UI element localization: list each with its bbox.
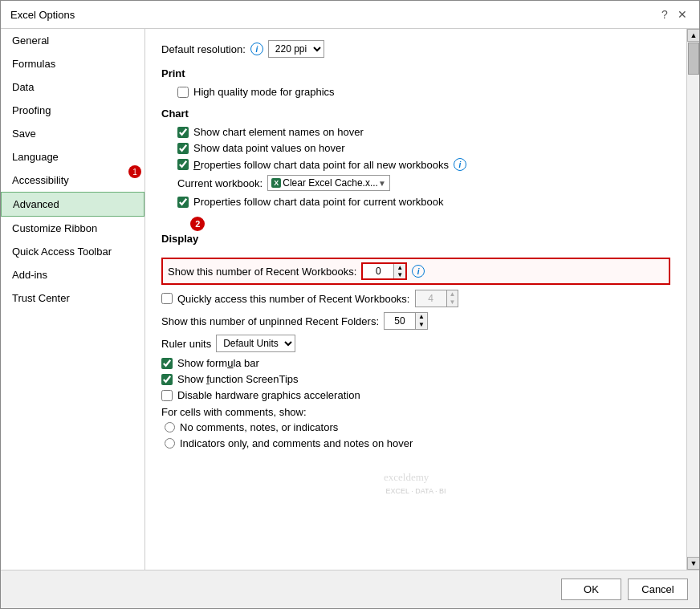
screentips-row: Show function ScreenTips bbox=[161, 373, 670, 385]
hardware-checkbox[interactable] bbox=[161, 390, 173, 401]
formula-bar-row: Show formula bar bbox=[161, 357, 670, 369]
radio-no-comments-row: No comments, notes, or indicators bbox=[165, 421, 670, 433]
sidebar-item-save[interactable]: Save bbox=[1, 122, 144, 145]
unpinned-folders-label: Show this number of unpinned Recent Fold… bbox=[161, 315, 379, 327]
sidebar-label-data: Data bbox=[12, 81, 34, 93]
unpinned-folders-input[interactable] bbox=[385, 313, 415, 329]
high-quality-label: High quality mode for graphics bbox=[193, 86, 335, 98]
chart-values-row: Show data point values on hover bbox=[177, 142, 670, 154]
close-button[interactable]: ✕ bbox=[675, 7, 690, 22]
sidebar-label-customize-ribbon: Customize Ribbon bbox=[12, 222, 97, 234]
chart-properties-new-checkbox[interactable] bbox=[177, 159, 189, 170]
sidebar-item-data[interactable]: Data bbox=[1, 75, 144, 99]
current-workbook-dropdown[interactable]: X Clear Excel Cache.x... ▼ bbox=[267, 175, 390, 191]
sidebar-label-save: Save bbox=[12, 128, 36, 140]
sidebar-item-general[interactable]: General bbox=[1, 29, 144, 52]
chart-properties-new-label: Properties follow chart data point for a… bbox=[193, 159, 449, 171]
recent-workbooks-spinbox[interactable]: ▲ ▼ bbox=[361, 262, 407, 280]
current-workbook-value: Clear Excel Cache.x... bbox=[283, 177, 378, 189]
recent-workbooks-spin-down[interactable]: ▼ bbox=[394, 271, 405, 278]
svg-text:exceldemy: exceldemy bbox=[384, 471, 429, 483]
unpinned-folders-spin-down[interactable]: ▼ bbox=[416, 321, 427, 329]
sidebar-label-trust-center: Trust Center bbox=[12, 292, 70, 304]
sidebar-item-accessibility[interactable]: Accessibility 1 bbox=[1, 168, 144, 192]
chart-values-checkbox[interactable] bbox=[177, 143, 189, 154]
default-resolution-label: Default resolution: bbox=[161, 43, 246, 55]
radio-indicators-label: Indicators only, and comments and notes … bbox=[180, 437, 413, 449]
radio-indicators[interactable] bbox=[165, 438, 175, 449]
cancel-button[interactable]: Cancel bbox=[628, 579, 688, 600]
help-button[interactable]: ? bbox=[657, 7, 672, 22]
sidebar-item-trust-center[interactable]: Trust Center bbox=[1, 286, 144, 310]
dialog-body: General Formulas Data Proofing Save Lang… bbox=[1, 29, 699, 570]
scrollbar-up[interactable]: ▲ bbox=[687, 29, 699, 42]
unpinned-folders-spinbox[interactable]: ▲ ▼ bbox=[384, 312, 428, 330]
chart-values-label: Show data point values on hover bbox=[193, 142, 345, 154]
scrollbar-down[interactable]: ▼ bbox=[687, 557, 699, 570]
unpinned-folders-row: Show this number of unpinned Recent Fold… bbox=[161, 312, 670, 330]
dialog-footer: OK Cancel bbox=[1, 570, 699, 608]
quickly-access-spin-up[interactable]: ▲ bbox=[447, 290, 458, 298]
sidebar-item-formulas[interactable]: Formulas bbox=[1, 52, 144, 75]
recent-workbooks-input[interactable] bbox=[363, 264, 393, 278]
ok-button[interactable]: OK bbox=[561, 579, 621, 600]
scrollbar-track bbox=[687, 75, 699, 557]
sidebar-item-language[interactable]: Language bbox=[1, 145, 144, 168]
quickly-access-checkbox[interactable] bbox=[161, 293, 173, 304]
sidebar-item-add-ins[interactable]: Add-ins bbox=[1, 263, 144, 286]
chart-section-title: Chart bbox=[161, 108, 670, 120]
resolution-info-icon[interactable]: i bbox=[250, 43, 263, 55]
chart-names-checkbox[interactable] bbox=[177, 127, 189, 138]
current-workbook-row: Current workbook: X Clear Excel Cache.x.… bbox=[177, 175, 670, 191]
sidebar-label-formulas: Formulas bbox=[12, 58, 55, 70]
chart-properties-current-checkbox[interactable] bbox=[177, 197, 189, 208]
default-resolution-row: Default resolution: i 220 ppi 150 ppi 96… bbox=[161, 40, 670, 58]
formula-bar-checkbox[interactable] bbox=[161, 358, 173, 369]
sidebar-item-proofing[interactable]: Proofing bbox=[1, 99, 144, 122]
ruler-units-row: Ruler units Default Units Inches Centime… bbox=[161, 335, 670, 352]
for-cells-label: For cells with comments, show: bbox=[161, 406, 670, 418]
quickly-access-spinbox[interactable]: ▲ ▼ bbox=[415, 290, 459, 307]
properties-info-icon[interactable]: i bbox=[454, 158, 466, 171]
watermark-subtext: EXCEL · DATA · BI bbox=[161, 487, 670, 495]
title-bar: Excel Options ? ✕ bbox=[1, 1, 699, 29]
quickly-access-label: Quickly access this number of Recent Wor… bbox=[177, 293, 410, 305]
sidebar-item-advanced[interactable]: Advanced bbox=[1, 192, 144, 217]
sidebar-label-add-ins: Add-ins bbox=[12, 269, 47, 281]
current-workbook-label: Current workbook: bbox=[177, 177, 262, 189]
recent-workbooks-spin-up[interactable]: ▲ bbox=[394, 264, 405, 271]
sidebar-label-general: General bbox=[12, 35, 49, 47]
sidebar-label-language: Language bbox=[12, 151, 59, 163]
chart-properties-current-row: Properties follow chart data point for c… bbox=[177, 196, 670, 208]
quickly-access-spin-buttons: ▲ ▼ bbox=[446, 290, 458, 307]
hardware-label: Disable hardware graphics acceleration bbox=[177, 389, 360, 401]
recent-workbooks-row: Show this number of Recent Workbooks: ▲ … bbox=[161, 258, 670, 285]
sidebar-item-quick-access-toolbar[interactable]: Quick Access Toolbar bbox=[1, 240, 144, 263]
sidebar-label-accessibility: Accessibility bbox=[12, 174, 69, 186]
sidebar-item-customize-ribbon[interactable]: Customize Ribbon bbox=[1, 217, 144, 240]
scrollbar[interactable]: ▲ ▼ bbox=[686, 29, 699, 570]
screentips-label: Show function ScreenTips bbox=[177, 373, 299, 385]
formula-bar-label: Show formula bar bbox=[177, 357, 259, 369]
sidebar-label-advanced: Advanced bbox=[13, 198, 59, 210]
radio-indicators-row: Indicators only, and comments and notes … bbox=[165, 437, 670, 449]
quickly-access-spin-down[interactable]: ▼ bbox=[447, 298, 458, 307]
sidebar: General Formulas Data Proofing Save Lang… bbox=[1, 29, 145, 570]
quickly-access-input[interactable] bbox=[416, 290, 446, 307]
default-resolution-select[interactable]: 220 ppi 150 ppi 96 ppi bbox=[268, 40, 324, 58]
unpinned-folders-spin-buttons: ▲ ▼ bbox=[415, 313, 427, 329]
chart-properties-current-label: Properties follow chart data point for c… bbox=[193, 196, 443, 208]
radio-no-comments[interactable] bbox=[165, 422, 175, 432]
screentips-checkbox[interactable] bbox=[161, 374, 173, 385]
display-badge: 2 bbox=[190, 217, 205, 231]
high-quality-checkbox[interactable] bbox=[177, 87, 189, 98]
ruler-units-select[interactable]: Default Units Inches Centimeters Millime… bbox=[216, 335, 295, 352]
sidebar-label-proofing: Proofing bbox=[12, 104, 51, 116]
watermark: exceldemy EXCEL · DATA · BI bbox=[161, 465, 670, 498]
recent-workbooks-info-icon[interactable]: i bbox=[412, 265, 425, 278]
scrollbar-thumb[interactable] bbox=[688, 43, 699, 75]
display-section-title: Display bbox=[161, 233, 198, 245]
recent-workbooks-spin-buttons: ▲ ▼ bbox=[393, 264, 405, 278]
accessibility-badge: 1 bbox=[128, 165, 141, 178]
unpinned-folders-spin-up[interactable]: ▲ bbox=[416, 313, 427, 321]
